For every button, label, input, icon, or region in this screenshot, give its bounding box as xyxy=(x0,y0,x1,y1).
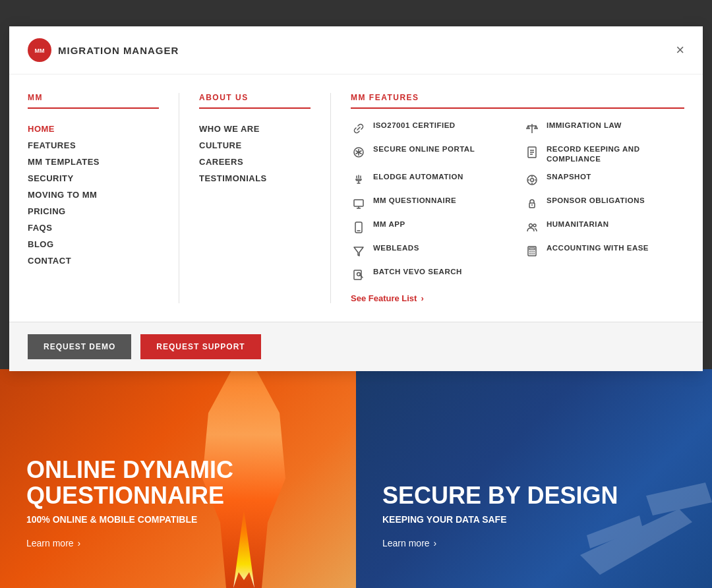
mm-heading: MM xyxy=(28,93,159,109)
mm-column: MM HOMEFEATURESMM TEMPLATESSECURITYMOVIN… xyxy=(28,93,179,303)
feature-item[interactable]: WEBLEADS xyxy=(351,243,511,259)
features-column: MM FEATURES ISO27001 CERTIFIED IMMIGRATI… xyxy=(331,93,684,303)
see-feature-link[interactable]: See Feature List › xyxy=(351,293,684,303)
left-panel-subtitle: 100% ONLINE & MOBILE COMPATIBLE xyxy=(26,514,233,525)
feature-item[interactable]: ISO27001 CERTIFIED xyxy=(351,121,511,136)
feature-item[interactable]: BATCH VEVO SEARCH xyxy=(351,267,511,283)
mm-nav-items: HOMEFEATURESMM TEMPLATESSECURITYMOVING T… xyxy=(28,121,159,269)
svg-point-16 xyxy=(531,178,534,181)
logo-text: MIGRATION MANAGER xyxy=(58,45,179,56)
about-nav-item[interactable]: CULTURE xyxy=(199,137,311,154)
mm-nav-item[interactable]: PRICING xyxy=(28,203,159,220)
svg-point-36 xyxy=(357,272,361,276)
close-button[interactable]: × xyxy=(676,43,684,57)
mm-nav-item[interactable]: HOME xyxy=(28,121,159,137)
lock-person-icon xyxy=(524,196,540,212)
feature-item[interactable]: IMMIGRATION LAW xyxy=(524,121,684,136)
mm-nav-item[interactable]: SECURITY xyxy=(28,170,159,187)
app-icon xyxy=(351,220,367,235)
about-nav-item[interactable]: CAREERS xyxy=(199,154,311,170)
about-heading: ABOUT US xyxy=(199,93,311,109)
svg-point-21 xyxy=(531,204,533,206)
right-panel-content: SECURE BY DESIGN KEEPING YOUR DATA SAFE … xyxy=(382,483,618,548)
svg-rect-17 xyxy=(354,200,363,206)
mm-nav-item[interactable]: MM TEMPLATES xyxy=(28,154,159,170)
left-panel-content: ONLINE DYNAMICQUESTIONNAIRE 100% ONLINE … xyxy=(26,457,233,548)
left-panel-title: ONLINE DYNAMICQUESTIONNAIRE xyxy=(26,457,233,509)
right-panel: SECURE BY DESIGN KEEPING YOUR DATA SAFE … xyxy=(356,369,712,588)
feature-item[interactable]: SNAPSHOT xyxy=(524,172,684,188)
feature-label: ACCOUNTING WITH EASE xyxy=(547,243,649,253)
feature-label: MM APP xyxy=(373,220,405,229)
logo-area: MM MIGRATION MANAGER xyxy=(28,38,179,62)
mm-nav-item[interactable]: CONTACT xyxy=(28,252,159,269)
feature-item[interactable]: ELODGE AUTOMATION xyxy=(351,172,511,188)
people-icon xyxy=(524,220,540,235)
gear-circle-icon xyxy=(524,172,540,188)
nav-header: MM MIGRATION MANAGER × xyxy=(9,26,703,74)
left-panel: ONLINE DYNAMICQUESTIONNAIRE 100% ONLINE … xyxy=(0,369,356,588)
nav-overlay: MM MIGRATION MANAGER × MM HOMEFEATURESMM… xyxy=(9,26,703,371)
asterisk-icon xyxy=(351,144,367,160)
about-nav-items: WHO WE ARECULTURECAREERSTESTIMONIALS xyxy=(199,121,311,187)
right-panel-link[interactable]: Learn more › xyxy=(382,538,618,548)
feature-label: RECORD KEEPING AND COMPLIANCE xyxy=(547,144,684,164)
feature-label: BATCH VEVO SEARCH xyxy=(373,267,462,277)
mm-nav-item[interactable]: MOVING TO MM xyxy=(28,187,159,203)
feature-item[interactable]: RECORD KEEPING AND COMPLIANCE xyxy=(524,144,684,164)
features-grid: ISO27001 CERTIFIED IMMIGRATION LAW SECUR… xyxy=(351,121,684,283)
svg-point-25 xyxy=(533,224,536,227)
logo-icon: MM xyxy=(28,38,51,62)
feature-item[interactable]: MM QUESTIONNAIRE xyxy=(351,196,511,212)
nav-footer: REQUEST DEMO REQUEST SUPPORT xyxy=(9,322,703,371)
feature-label: SNAPSHOT xyxy=(547,172,591,182)
calc-icon xyxy=(524,243,540,259)
arrow-right-icon: › xyxy=(421,293,423,303)
left-panel-link[interactable]: Learn more › xyxy=(26,538,233,548)
screen-icon xyxy=(351,196,367,212)
funnel-icon xyxy=(351,243,367,259)
search-doc-icon xyxy=(351,267,367,283)
chevron-right-icon: › xyxy=(434,538,437,548)
feature-item[interactable]: HUMANITARIAN xyxy=(524,220,684,235)
feature-item[interactable]: ACCOUNTING WITH EASE xyxy=(524,243,684,259)
chevron-right-icon: › xyxy=(78,538,81,548)
mm-nav-item[interactable]: FAQS xyxy=(28,220,159,236)
feature-label: SECURE ONLINE PORTAL xyxy=(373,144,475,154)
right-panel-subtitle: KEEPING YOUR DATA SAFE xyxy=(382,514,618,525)
feature-item[interactable]: SPONSOR OBLIGATIONS xyxy=(524,196,684,212)
right-panel-title: SECURE BY DESIGN xyxy=(382,483,618,509)
mm-nav-item[interactable]: BLOG xyxy=(28,236,159,252)
feature-item[interactable]: MM APP xyxy=(351,220,511,235)
request-demo-button[interactable]: REQUEST DEMO xyxy=(28,334,131,359)
feature-label: HUMANITARIAN xyxy=(547,220,609,229)
about-column: ABOUT US WHO WE ARECULTURECAREERSTESTIMO… xyxy=(179,93,331,303)
svg-text:MM: MM xyxy=(35,47,45,54)
feature-item[interactable]: SECURE ONLINE PORTAL xyxy=(351,144,511,164)
feature-label: ELODGE AUTOMATION xyxy=(373,172,463,182)
feature-label: IMMIGRATION LAW xyxy=(547,121,622,131)
feature-label: MM QUESTIONNAIRE xyxy=(373,196,456,206)
doc-icon xyxy=(524,144,540,160)
nav-columns: MM HOMEFEATURESMM TEMPLATESSECURITYMOVIN… xyxy=(9,74,703,322)
about-nav-item[interactable]: WHO WE ARE xyxy=(199,121,311,137)
link-icon xyxy=(351,121,367,136)
about-nav-item[interactable]: TESTIMONIALS xyxy=(199,170,311,187)
feature-label: WEBLEADS xyxy=(373,243,419,253)
feature-label: SPONSOR OBLIGATIONS xyxy=(547,196,645,206)
mm-nav-item[interactable]: FEATURES xyxy=(28,137,159,154)
plug-icon xyxy=(351,172,367,188)
features-heading: MM FEATURES xyxy=(351,93,684,109)
svg-point-24 xyxy=(529,223,533,227)
feature-label: ISO27001 CERTIFIED xyxy=(373,121,456,131)
background-panels: ONLINE DYNAMICQUESTIONNAIRE 100% ONLINE … xyxy=(0,369,712,588)
scale-icon xyxy=(524,121,540,136)
request-support-button[interactable]: REQUEST SUPPORT xyxy=(140,334,260,359)
